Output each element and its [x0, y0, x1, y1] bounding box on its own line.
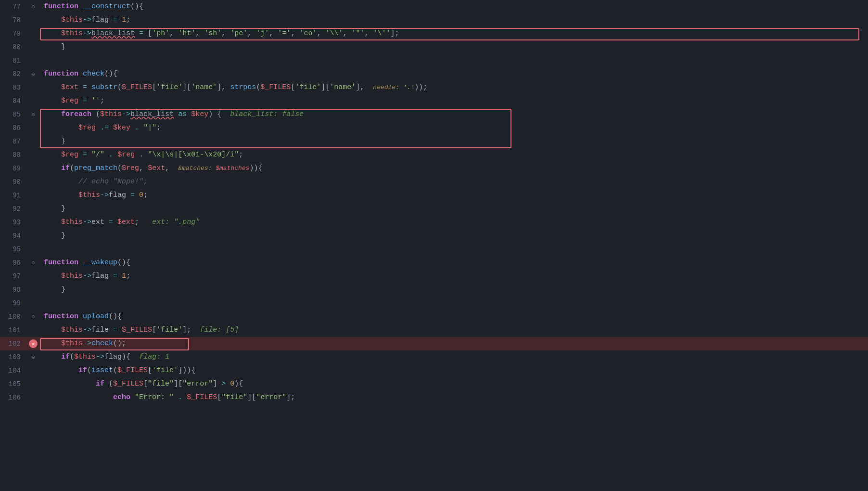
- line-number: 86: [0, 124, 26, 132]
- fold-icon: ⊖: [31, 313, 35, 321]
- code-content: $this->flag = 1;: [40, 13, 868, 27]
- code-content: }: [40, 202, 868, 216]
- code-line: 92 }: [0, 202, 868, 216]
- line-number: 77: [0, 3, 26, 11]
- code-line: 100 ⊖ function upload(){: [0, 310, 868, 323]
- code-line-86: 86 $reg .= $key . "|";: [0, 121, 868, 135]
- fold-icon: ⊖: [31, 354, 35, 361]
- code-line: 84 $reg = '';: [0, 94, 868, 108]
- code-line: 80 }: [0, 40, 868, 54]
- code-line: 94 }: [0, 229, 868, 243]
- code-line: 105 if ($_FILES["file"]["error"] > 0){: [0, 377, 868, 391]
- code-line-102: 102 ✕ $this->check();: [0, 337, 868, 350]
- code-content: $reg = '';: [40, 94, 868, 108]
- code-content: }: [40, 283, 868, 297]
- code-line-87: 87 }: [0, 135, 868, 148]
- line-number: 85: [0, 111, 26, 118]
- line-number: 78: [0, 16, 26, 24]
- code-lines: 77 ⊖ function __construct(){ 78 $this->f…: [0, 0, 868, 404]
- code-content: }: [40, 229, 868, 243]
- code-line: 83 $ext = substr($_FILES['file']['name']…: [0, 81, 868, 94]
- fold-icon: ⊖: [31, 3, 35, 11]
- line-number: 103: [0, 353, 26, 361]
- line-number: 80: [0, 43, 26, 51]
- code-content: if($this->flag){ flag: 1: [40, 350, 868, 364]
- line-number: 90: [0, 178, 26, 186]
- code-block-85-87: 85 ⊖ foreach ($this->black_list as $key)…: [0, 108, 868, 148]
- code-content: function __construct(){: [40, 0, 868, 13]
- gutter-fold[interactable]: ⊖: [26, 354, 40, 361]
- gutter-fold[interactable]: ⊖: [26, 3, 40, 11]
- code-line: 88 $reg = "/" . $reg . "\x|\s|[\x01-\x20…: [0, 148, 868, 162]
- code-line: 99: [0, 297, 868, 310]
- code-line: 89 if(preg_match($reg, $ext, &matches: $…: [0, 162, 868, 175]
- code-line: 77 ⊖ function __construct(){: [0, 0, 868, 13]
- fold-icon: ⊖: [31, 71, 35, 78]
- code-line: 81: [0, 54, 868, 67]
- gutter-fold[interactable]: ⊖: [26, 111, 40, 118]
- line-number: 99: [0, 299, 26, 307]
- code-line: 106 echo "Error: " . $_FILES["file"]["er…: [0, 391, 868, 404]
- code-line-79: 79 $this->black_list = ['ph', 'ht', 'sh'…: [0, 27, 868, 40]
- code-content: function check(){: [40, 67, 868, 81]
- fold-icon: ⊖: [31, 111, 35, 118]
- line-number: 106: [0, 394, 26, 401]
- code-content: }: [40, 40, 868, 54]
- fold-icon: ⊖: [31, 259, 35, 267]
- line-number: 87: [0, 138, 26, 145]
- code-content: $this->ext = $ext; ext: ".png": [40, 216, 868, 229]
- line-number: 81: [0, 57, 26, 65]
- line-number: 93: [0, 219, 26, 226]
- code-editor: 77 ⊖ function __construct(){ 78 $this->f…: [0, 0, 868, 491]
- code-content: echo "Error: " . $_FILES["file"]["error"…: [40, 391, 868, 404]
- code-content: if(preg_match($reg, $ext, &matches: $mat…: [40, 162, 868, 175]
- line-number: 102: [0, 340, 26, 348]
- line-number: 104: [0, 367, 26, 375]
- line-number: 92: [0, 205, 26, 213]
- code-line: 98 }: [0, 283, 868, 297]
- code-content: $this->check();: [40, 337, 868, 350]
- code-line: 95: [0, 243, 868, 256]
- code-line: 103 ⊖ if($this->flag){ flag: 1: [0, 350, 868, 364]
- code-line: 101 $this->file = $_FILES['file']; file:…: [0, 323, 868, 337]
- line-number: 89: [0, 165, 26, 172]
- gutter-fold[interactable]: ⊖: [26, 71, 40, 78]
- gutter-fold[interactable]: ⊖: [26, 313, 40, 321]
- line-number: 105: [0, 380, 26, 388]
- code-content: if ($_FILES["file"]["error"] > 0){: [40, 377, 868, 391]
- code-content: $this->file = $_FILES['file']; file: [5]: [40, 323, 868, 337]
- line-number: 91: [0, 192, 26, 199]
- code-line-85: 85 ⊖ foreach ($this->black_list as $key)…: [0, 108, 868, 121]
- code-content: $reg = "/" . $reg . "\x|\s|[\x01-\x20]/i…: [40, 148, 868, 162]
- line-number: 96: [0, 259, 26, 267]
- code-content: }: [40, 135, 868, 148]
- gutter-fold[interactable]: ⊖: [26, 259, 40, 267]
- code-line: 104 if(isset($_FILES['file'])){: [0, 364, 868, 377]
- line-number: 98: [0, 286, 26, 294]
- code-content: $this->black_list = ['ph', 'ht', 'sh', '…: [40, 27, 868, 40]
- line-number: 79: [0, 30, 26, 38]
- code-content: $ext = substr($_FILES['file']['name'], s…: [40, 81, 868, 94]
- line-number: 84: [0, 97, 26, 105]
- code-line: 97 $this->flag = 1;: [0, 270, 868, 283]
- code-line: 93 $this->ext = $ext; ext: ".png": [0, 216, 868, 229]
- code-content: $this->flag = 0;: [40, 189, 868, 202]
- line-number: 88: [0, 151, 26, 159]
- line-number: 101: [0, 326, 26, 334]
- code-content: function upload(){: [40, 310, 868, 323]
- code-content: $reg .= $key . "|";: [40, 121, 868, 135]
- code-line: 82 ⊖ function check(){: [0, 67, 868, 81]
- code-line: 91 $this->flag = 0;: [0, 189, 868, 202]
- line-number: 100: [0, 313, 26, 321]
- line-number: 94: [0, 232, 26, 240]
- code-line: 78 $this->flag = 1;: [0, 13, 868, 27]
- code-content: $this->flag = 1;: [40, 270, 868, 283]
- gutter-error: ✕: [26, 339, 40, 348]
- code-content: // echo "Nope!";: [40, 175, 868, 189]
- code-content: function __wakeup(){: [40, 256, 868, 270]
- line-number: 83: [0, 84, 26, 91]
- code-line: 90 // echo "Nope!";: [0, 175, 868, 189]
- error-icon: ✕: [29, 339, 38, 348]
- code-line: 96 ⊖ function __wakeup(){: [0, 256, 868, 270]
- line-number: 95: [0, 246, 26, 253]
